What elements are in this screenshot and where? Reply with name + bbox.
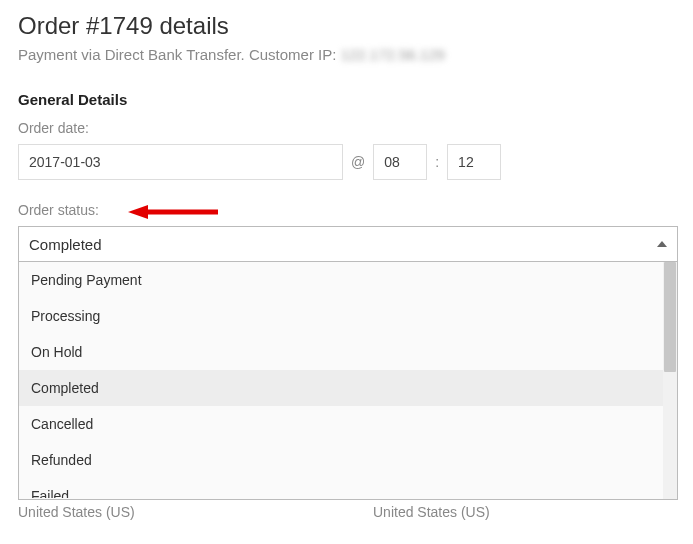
at-symbol: @ (351, 154, 365, 170)
page-title: Order #1749 details (18, 12, 675, 40)
payment-method-text: Payment via Direct Bank Transfer. Custom… (18, 46, 341, 63)
order-status-dropdown: Pending Payment Processing On Hold Compl… (18, 262, 678, 500)
general-details-heading: General Details (18, 91, 675, 108)
svg-marker-1 (128, 205, 148, 219)
order-hour-input[interactable] (373, 144, 427, 180)
payment-subtitle: Payment via Direct Bank Transfer. Custom… (18, 46, 675, 63)
annotation-arrow-icon (128, 203, 218, 221)
status-option-completed[interactable]: Completed (19, 370, 677, 406)
order-minute-input[interactable] (447, 144, 501, 180)
status-option-pending-payment[interactable]: Pending Payment (19, 262, 677, 298)
order-status-selected-value: Completed (29, 236, 102, 253)
status-option-processing[interactable]: Processing (19, 298, 677, 334)
time-colon: : (435, 154, 439, 170)
order-status-select[interactable]: Completed (18, 226, 678, 262)
caret-up-icon (657, 241, 667, 247)
status-option-refunded[interactable]: Refunded (19, 442, 677, 478)
status-option-on-hold[interactable]: On Hold (19, 334, 677, 370)
order-date-row: @ : (18, 144, 675, 180)
status-option-cancelled[interactable]: Cancelled (19, 406, 677, 442)
shipping-country: United States (US) (373, 504, 490, 520)
customer-ip: 122.172.56.129 (341, 46, 445, 63)
scrollbar-thumb[interactable] (664, 262, 676, 372)
billing-country: United States (US) (18, 504, 373, 520)
order-date-input[interactable] (18, 144, 343, 180)
status-option-failed[interactable]: Failed (19, 478, 677, 498)
order-date-label: Order date: (18, 120, 675, 136)
order-status-label: Order status: (18, 202, 675, 218)
footer-row: United States (US) United States (US) (18, 504, 675, 520)
dropdown-scrollbar[interactable] (663, 262, 677, 499)
